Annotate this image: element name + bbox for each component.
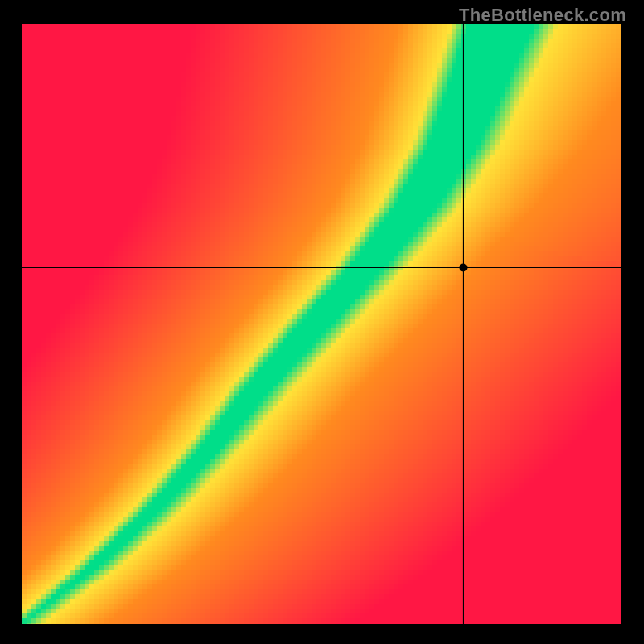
chart-frame: TheBottleneck.com [0,0,644,644]
heatmap-canvas [22,24,621,624]
watermark: TheBottleneck.com [459,5,626,26]
